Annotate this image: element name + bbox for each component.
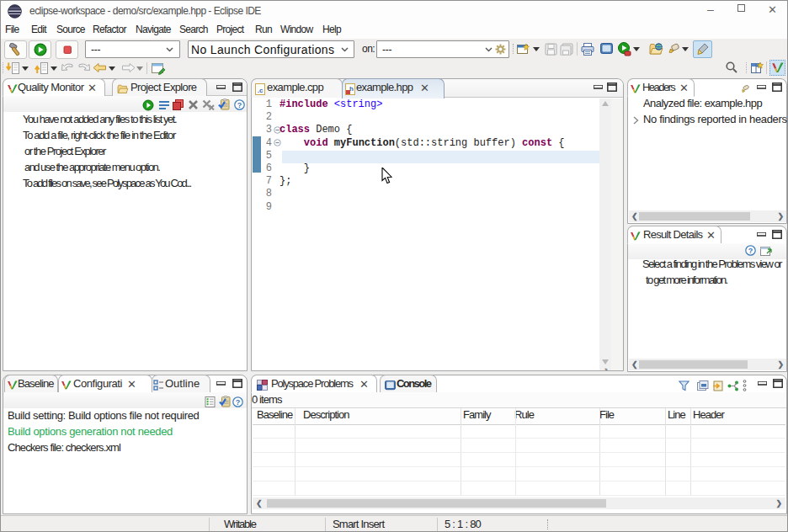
svg-text:?: ? xyxy=(237,101,242,109)
svg-text:?: ? xyxy=(236,398,241,407)
svg-text:?: ? xyxy=(748,247,753,255)
svg-text:.c: .c xyxy=(258,87,264,94)
